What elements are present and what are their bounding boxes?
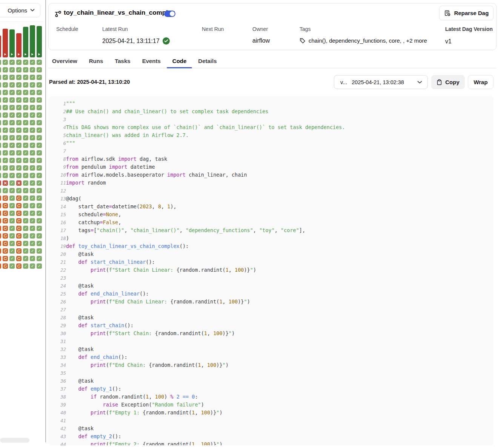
task-instance-cell[interactable]: ✓ [16,135,22,140]
task-instance-cell[interactable] [0,248,1,254]
task-instance-cell[interactable]: ✓ [30,75,35,80]
task-instance-cell[interactable]: ✓ [37,248,42,254]
task-instance-cell[interactable]: ✓ [30,143,35,148]
task-instance-cell[interactable]: ✓ [9,256,15,261]
task-instance-cell[interactable]: ✓ [23,196,28,201]
task-instance-cell[interactable]: ✓ [16,97,22,103]
task-instance-cell[interactable]: ✓ [23,248,28,254]
task-instance-cell[interactable]: ✓ [37,226,42,231]
task-instance-cell[interactable] [0,226,1,231]
task-instance-cell[interactable]: × [3,180,8,186]
task-instance-cell[interactable]: ✓ [37,158,42,163]
task-instance-cell[interactable]: ✓ [23,233,28,239]
task-instance-cell[interactable]: ✓ [37,120,42,125]
task-instance-cell[interactable]: ✓ [9,67,15,72]
task-instance-cell[interactable]: ✓ [30,67,35,72]
tab-details[interactable]: Details [198,55,217,68]
dag-run-bar[interactable] [3,29,8,57]
task-instance-cell[interactable]: ✓ [16,165,22,171]
task-instance-cell[interactable]: ✓ [30,241,35,246]
task-instance-cell[interactable]: ✓ [23,256,28,261]
task-instance-cell[interactable]: ✓ [0,60,1,65]
options-button[interactable]: Options [0,3,40,17]
task-instance-cell[interactable]: ✓ [37,75,42,80]
reparse-dag-button[interactable]: Reparse Dag [439,6,493,20]
task-instance-cell[interactable]: ✓ [0,158,1,163]
task-instance-cell[interactable]: ✓ [9,241,15,246]
task-instance-cell[interactable] [3,203,8,208]
task-instance-cell[interactable]: ✓ [30,112,35,118]
task-instance-cell[interactable]: ✓ [3,97,8,103]
task-instance-cell[interactable]: ✓ [37,105,42,110]
task-instance-cell[interactable]: ✓ [9,196,15,201]
task-instance-cell[interactable]: ✓ [37,112,42,118]
task-instance-cell[interactable]: ✓ [30,165,35,171]
task-instance-cell[interactable]: ✓ [9,128,15,133]
task-instance-cell[interactable]: ✓ [30,120,35,125]
task-instance-cell[interactable] [3,211,8,216]
task-instance-cell[interactable] [3,248,8,254]
task-instance-cell[interactable]: ✓ [9,112,15,118]
task-instance-cell[interactable]: ✓ [37,203,42,208]
task-instance-cell[interactable]: ✓ [23,158,28,163]
task-instance-cell[interactable]: ✓ [3,112,8,118]
task-instance-cell[interactable]: ✓ [23,150,28,155]
task-instance-cell[interactable]: ✓ [0,112,1,118]
task-instance-cell[interactable]: ✓ [37,263,42,269]
task-instance-cell[interactable]: ✓ [30,248,35,254]
task-instance-cell[interactable] [3,241,8,246]
task-instance-cell[interactable]: ✓ [37,143,42,148]
task-instance-cell[interactable]: ✓ [16,75,22,80]
task-instance-cell[interactable]: ✓ [23,263,28,269]
task-instance-cell[interactable] [3,263,8,269]
task-instance-cell[interactable]: ✓ [30,188,35,193]
task-instance-cell[interactable]: ✓ [37,67,42,72]
task-instance-cell[interactable]: ✓ [0,97,1,103]
task-instance-cell[interactable]: ✓ [23,128,28,133]
task-instance-cell[interactable]: ✓ [0,150,1,155]
task-instance-cell[interactable]: ✓ [23,218,28,223]
wrap-button[interactable]: Wrap [468,75,493,89]
task-instance-cell[interactable]: ✓ [16,188,22,193]
task-instance-cell[interactable]: ✓ [30,233,35,239]
task-instance-cell[interactable]: ✓ [23,188,28,193]
task-instance-cell[interactable]: ✓ [16,120,22,125]
task-instance-cell[interactable]: ✓ [23,173,28,178]
task-instance-cell[interactable]: ✓ [23,180,28,186]
task-instance-cell[interactable]: ✓ [30,211,35,216]
task-instance-cell[interactable]: ✓ [0,90,1,95]
task-instance-cell[interactable]: ✓ [30,60,35,65]
task-instance-cell[interactable]: ✓ [9,143,15,148]
task-instance-cell[interactable]: ✓ [23,60,28,65]
task-instance-cell[interactable]: ✓ [9,188,15,193]
task-instance-cell[interactable]: ✓ [30,203,35,208]
task-instance-cell[interactable] [0,211,1,216]
task-instance-cell[interactable]: ✓ [16,150,22,155]
task-instance-cell[interactable]: ✓ [23,97,28,103]
task-instance-cell[interactable]: ✓ [9,218,15,223]
task-instance-cell[interactable]: ✓ [3,60,8,65]
task-instance-cell[interactable]: ✓ [9,120,15,125]
task-instance-cell[interactable]: ✓ [0,67,1,72]
task-instance-cell[interactable]: ✓ [9,211,15,216]
task-instance-cell[interactable]: ✓ [23,112,28,118]
task-instance-cell[interactable]: ✓ [16,105,22,110]
task-instance-cell[interactable]: ✓ [37,173,42,178]
task-instance-cell[interactable]: ✓ [37,218,42,223]
task-instance-cell[interactable]: ✓ [9,60,15,65]
task-instance-cell[interactable] [16,203,22,208]
task-instance-cell[interactable]: ✓ [30,128,35,133]
dag-run-bar[interactable] [0,35,1,57]
task-instance-cell[interactable]: ✓ [9,75,15,80]
task-instance-cell[interactable]: ✓ [23,135,28,140]
task-instance-cell[interactable]: ✓ [37,180,42,186]
task-instance-cell[interactable]: ✓ [3,135,8,140]
task-instance-cell[interactable]: ✓ [3,90,8,95]
task-instance-cell[interactable]: ✓ [16,128,22,133]
task-instance-cell[interactable]: ✓ [37,256,42,261]
task-instance-cell[interactable]: ✓ [3,173,8,178]
task-instance-cell[interactable]: ✓ [30,82,35,88]
task-instance-cell[interactable] [0,196,1,201]
task-instance-cell[interactable]: ✓ [16,67,22,72]
task-instance-cell[interactable] [3,226,8,231]
